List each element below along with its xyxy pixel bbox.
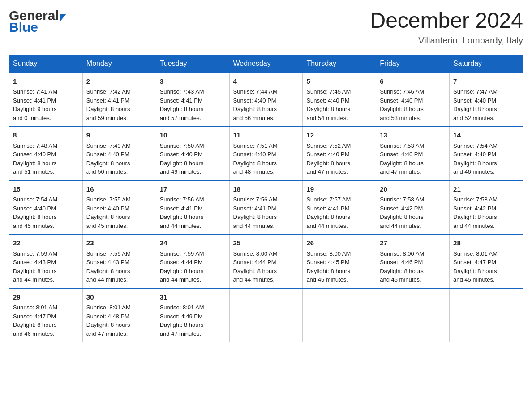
calendar-day-cell: 21Sunrise: 7:58 AMSunset: 4:42 PMDayligh… bbox=[450, 180, 523, 235]
day-info: Sunrise: 7:47 AMSunset: 4:40 PMDaylight:… bbox=[453, 88, 498, 121]
day-number: 26 bbox=[306, 238, 372, 248]
col-header-friday: Friday bbox=[376, 55, 450, 73]
calendar-week-row: 8Sunrise: 7:48 AMSunset: 4:40 PMDaylight… bbox=[9, 126, 523, 180]
day-info: Sunrise: 7:52 AMSunset: 4:40 PMDaylight:… bbox=[306, 142, 351, 176]
day-info: Sunrise: 7:59 AMSunset: 4:43 PMDaylight:… bbox=[13, 250, 57, 283]
calendar-day-cell: 13Sunrise: 7:53 AMSunset: 4:40 PMDayligh… bbox=[376, 126, 450, 180]
day-info: Sunrise: 7:54 AMSunset: 4:40 PMDaylight:… bbox=[13, 196, 57, 229]
day-number: 4 bbox=[233, 77, 299, 87]
day-info: Sunrise: 7:59 AMSunset: 4:44 PMDaylight:… bbox=[160, 250, 204, 283]
day-info: Sunrise: 8:01 AMSunset: 4:49 PMDaylight:… bbox=[160, 304, 204, 337]
calendar-header-row: SundayMondayTuesdayWednesdayThursdayFrid… bbox=[9, 55, 523, 73]
day-info: Sunrise: 7:54 AMSunset: 4:40 PMDaylight:… bbox=[453, 142, 498, 176]
day-number: 10 bbox=[160, 130, 226, 141]
calendar-day-cell bbox=[450, 288, 523, 342]
logo-text: General Blue bbox=[9, 9, 66, 34]
title-block: December 2024 Villanterio, Lombardy, Ita… bbox=[370, 9, 523, 46]
calendar-day-cell: 8Sunrise: 7:48 AMSunset: 4:40 PMDaylight… bbox=[9, 126, 83, 180]
day-info: Sunrise: 8:01 AMSunset: 4:48 PMDaylight:… bbox=[86, 304, 131, 337]
page-header: General Blue December 2024 Villanterio, … bbox=[9, 9, 523, 46]
calendar-day-cell bbox=[229, 288, 303, 342]
calendar-day-cell: 1Sunrise: 7:41 AMSunset: 4:41 PMDaylight… bbox=[9, 73, 83, 127]
day-number: 22 bbox=[13, 238, 79, 248]
calendar-day-cell: 15Sunrise: 7:54 AMSunset: 4:40 PMDayligh… bbox=[9, 180, 83, 235]
calendar-week-row: 22Sunrise: 7:59 AMSunset: 4:43 PMDayligh… bbox=[9, 234, 523, 288]
day-info: Sunrise: 8:01 AMSunset: 4:47 PMDaylight:… bbox=[13, 304, 57, 337]
day-number: 30 bbox=[86, 292, 152, 303]
day-info: Sunrise: 7:57 AMSunset: 4:41 PMDaylight:… bbox=[306, 196, 351, 229]
calendar-day-cell: 7Sunrise: 7:47 AMSunset: 4:40 PMDaylight… bbox=[450, 73, 523, 127]
calendar-day-cell: 24Sunrise: 7:59 AMSunset: 4:44 PMDayligh… bbox=[156, 234, 229, 288]
calendar-week-row: 15Sunrise: 7:54 AMSunset: 4:40 PMDayligh… bbox=[9, 180, 523, 235]
calendar-day-cell: 31Sunrise: 8:01 AMSunset: 4:49 PMDayligh… bbox=[156, 288, 229, 342]
calendar-day-cell: 4Sunrise: 7:44 AMSunset: 4:40 PMDaylight… bbox=[229, 73, 303, 127]
day-info: Sunrise: 7:58 AMSunset: 4:42 PMDaylight:… bbox=[453, 196, 498, 229]
calendar-day-cell: 12Sunrise: 7:52 AMSunset: 4:40 PMDayligh… bbox=[303, 126, 376, 180]
calendar-table: SundayMondayTuesdayWednesdayThursdayFrid… bbox=[9, 55, 523, 342]
calendar-day-cell: 2Sunrise: 7:42 AMSunset: 4:41 PMDaylight… bbox=[82, 73, 156, 127]
day-info: Sunrise: 7:43 AMSunset: 4:41 PMDaylight:… bbox=[160, 88, 204, 121]
day-info: Sunrise: 7:45 AMSunset: 4:40 PMDaylight:… bbox=[306, 88, 351, 121]
location-subtitle: Villanterio, Lombardy, Italy bbox=[370, 35, 523, 46]
logo-blue: Blue bbox=[9, 21, 66, 34]
day-number: 25 bbox=[233, 238, 299, 248]
day-number: 19 bbox=[306, 184, 372, 195]
day-info: Sunrise: 7:56 AMSunset: 4:41 PMDaylight:… bbox=[233, 196, 278, 229]
day-number: 21 bbox=[453, 184, 519, 195]
day-info: Sunrise: 8:00 AMSunset: 4:45 PMDaylight:… bbox=[306, 250, 351, 283]
day-number: 28 bbox=[453, 238, 519, 248]
day-number: 27 bbox=[380, 238, 446, 248]
col-header-monday: Monday bbox=[82, 55, 156, 73]
calendar-day-cell bbox=[303, 288, 376, 342]
day-number: 12 bbox=[306, 130, 372, 141]
col-header-sunday: Sunday bbox=[9, 55, 83, 73]
day-info: Sunrise: 7:51 AMSunset: 4:40 PMDaylight:… bbox=[233, 142, 278, 176]
logo: General Blue bbox=[9, 9, 66, 34]
day-number: 29 bbox=[13, 292, 79, 303]
day-number: 18 bbox=[233, 184, 299, 195]
logo-arrow-icon bbox=[60, 14, 66, 21]
calendar-day-cell bbox=[376, 288, 450, 342]
day-number: 8 bbox=[13, 130, 79, 141]
day-number: 16 bbox=[86, 184, 152, 195]
day-info: Sunrise: 7:49 AMSunset: 4:40 PMDaylight:… bbox=[86, 142, 131, 176]
day-info: Sunrise: 7:58 AMSunset: 4:42 PMDaylight:… bbox=[380, 196, 424, 229]
day-info: Sunrise: 7:42 AMSunset: 4:41 PMDaylight:… bbox=[86, 88, 131, 121]
calendar-day-cell: 28Sunrise: 8:01 AMSunset: 4:47 PMDayligh… bbox=[450, 234, 523, 288]
day-number: 23 bbox=[86, 238, 152, 248]
calendar-week-row: 29Sunrise: 8:01 AMSunset: 4:47 PMDayligh… bbox=[9, 288, 523, 342]
day-number: 20 bbox=[380, 184, 446, 195]
calendar-day-cell: 26Sunrise: 8:00 AMSunset: 4:45 PMDayligh… bbox=[303, 234, 376, 288]
day-number: 5 bbox=[306, 77, 372, 87]
day-number: 2 bbox=[86, 77, 152, 87]
day-number: 9 bbox=[86, 130, 152, 141]
calendar-week-row: 1Sunrise: 7:41 AMSunset: 4:41 PMDaylight… bbox=[9, 73, 523, 127]
day-number: 3 bbox=[160, 77, 226, 87]
day-number: 24 bbox=[160, 238, 226, 248]
calendar-day-cell: 14Sunrise: 7:54 AMSunset: 4:40 PMDayligh… bbox=[450, 126, 523, 180]
col-header-tuesday: Tuesday bbox=[156, 55, 229, 73]
calendar-day-cell: 23Sunrise: 7:59 AMSunset: 4:43 PMDayligh… bbox=[82, 234, 156, 288]
calendar-day-cell: 22Sunrise: 7:59 AMSunset: 4:43 PMDayligh… bbox=[9, 234, 83, 288]
day-number: 7 bbox=[453, 77, 519, 87]
day-info: Sunrise: 7:53 AMSunset: 4:40 PMDaylight:… bbox=[380, 142, 424, 176]
calendar-day-cell: 6Sunrise: 7:46 AMSunset: 4:40 PMDaylight… bbox=[376, 73, 450, 127]
day-number: 6 bbox=[380, 77, 446, 87]
col-header-wednesday: Wednesday bbox=[229, 55, 303, 73]
calendar-day-cell: 3Sunrise: 7:43 AMSunset: 4:41 PMDaylight… bbox=[156, 73, 229, 127]
day-number: 1 bbox=[13, 77, 79, 87]
day-info: Sunrise: 7:50 AMSunset: 4:40 PMDaylight:… bbox=[160, 142, 204, 176]
day-info: Sunrise: 8:00 AMSunset: 4:46 PMDaylight:… bbox=[380, 250, 424, 283]
calendar-day-cell: 5Sunrise: 7:45 AMSunset: 4:40 PMDaylight… bbox=[303, 73, 376, 127]
day-info: Sunrise: 7:59 AMSunset: 4:43 PMDaylight:… bbox=[86, 250, 131, 283]
day-number: 14 bbox=[453, 130, 519, 141]
day-number: 11 bbox=[233, 130, 299, 141]
month-title: December 2024 bbox=[370, 9, 523, 33]
day-info: Sunrise: 8:00 AMSunset: 4:44 PMDaylight:… bbox=[233, 250, 278, 283]
calendar-day-cell: 30Sunrise: 8:01 AMSunset: 4:48 PMDayligh… bbox=[82, 288, 156, 342]
day-number: 15 bbox=[13, 184, 79, 195]
calendar-day-cell: 9Sunrise: 7:49 AMSunset: 4:40 PMDaylight… bbox=[82, 126, 156, 180]
calendar-day-cell: 18Sunrise: 7:56 AMSunset: 4:41 PMDayligh… bbox=[229, 180, 303, 235]
calendar-day-cell: 17Sunrise: 7:56 AMSunset: 4:41 PMDayligh… bbox=[156, 180, 229, 235]
day-info: Sunrise: 7:44 AMSunset: 4:40 PMDaylight:… bbox=[233, 88, 278, 121]
